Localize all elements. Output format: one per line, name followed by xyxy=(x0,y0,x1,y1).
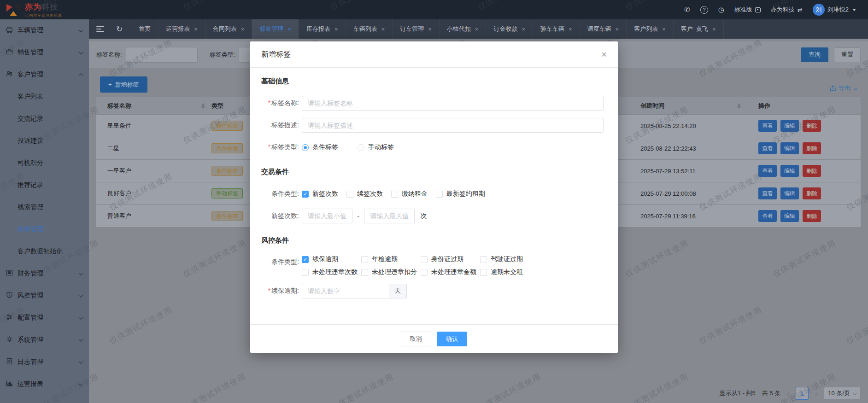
sidebar-item-客户管理[interactable]: 客户管理 xyxy=(0,64,89,86)
tab-close-icon[interactable]: × xyxy=(662,26,666,33)
page-size-select[interactable]: 10 条/页 xyxy=(824,387,861,400)
tab-标签管理[interactable]: 标签管理× xyxy=(252,19,299,39)
add-tag-button[interactable]: + 新增标签 xyxy=(100,76,147,93)
sidebar-subitem-标签管理[interactable]: 标签管理 xyxy=(0,218,89,240)
help-icon[interactable]: ? xyxy=(700,6,708,14)
sidebar-subitem-投诉建议[interactable]: 投诉建议 xyxy=(0,130,89,152)
history-icon[interactable]: ◷ xyxy=(718,6,724,14)
edit-button[interactable]: 编辑 xyxy=(780,120,799,132)
delete-button[interactable]: 删除 xyxy=(803,165,821,177)
tab-订金收款[interactable]: 订金收款× xyxy=(486,19,533,39)
company-switcher[interactable]: 亦为科技 ⇄ xyxy=(771,6,803,14)
edit-button[interactable]: 编辑 xyxy=(780,165,799,177)
view-button[interactable]: 查看 xyxy=(758,165,777,177)
checkbox-icon xyxy=(361,269,368,276)
close-icon[interactable]: × xyxy=(601,50,607,59)
tab-验车车辆[interactable]: 验车车辆× xyxy=(533,19,580,39)
delete-button[interactable]: 删除 xyxy=(803,142,821,154)
checkbox-逾期未交租[interactable]: 逾期未交租 xyxy=(480,268,540,276)
tab-小桔代扣[interactable]: 小桔代扣× xyxy=(439,19,486,39)
tag-name-input[interactable] xyxy=(302,96,604,111)
sidebar-item-车辆管理[interactable]: 车辆管理 xyxy=(0,19,89,41)
tab-close-icon[interactable]: × xyxy=(475,26,479,33)
sort-icons[interactable] xyxy=(201,103,205,109)
max-value-input[interactable] xyxy=(364,209,415,223)
prev-page-button[interactable]: ‹ xyxy=(787,390,789,397)
delete-button[interactable]: 删除 xyxy=(803,120,821,132)
phone-icon[interactable]: ✆ xyxy=(684,6,690,14)
delete-button[interactable]: 删除 xyxy=(803,187,821,199)
delete-button[interactable]: 删除 xyxy=(803,210,821,222)
sidebar-item-系统管理[interactable]: 系统管理 xyxy=(0,329,89,351)
checkbox-未处理违章次数[interactable]: 未处理违章次数 xyxy=(302,268,361,276)
tab-close-icon[interactable]: × xyxy=(616,26,619,33)
collapse-menu-icon[interactable] xyxy=(96,26,104,32)
checkbox-label: 逾期未交租 xyxy=(491,268,523,276)
tab-close-icon[interactable]: × xyxy=(241,26,245,33)
sidebar-item-销售管理[interactable]: 销售管理 xyxy=(0,41,89,64)
sidebar-item-运营报表[interactable]: 运营报表 xyxy=(0,373,89,395)
tab-车辆列表[interactable]: 车辆列表× xyxy=(346,19,393,39)
sort-icons[interactable] xyxy=(737,103,741,109)
sidebar-subitem-司机积分[interactable]: 司机积分 xyxy=(0,152,89,174)
edit-button[interactable]: 编辑 xyxy=(780,187,799,199)
reset-button[interactable]: 重置 xyxy=(834,47,861,62)
sidebar-subitem-客户数据初始化[interactable]: 客户数据初始化 xyxy=(0,240,89,263)
view-button[interactable]: 查看 xyxy=(758,142,777,154)
tab-合同列表[interactable]: 合同列表× xyxy=(205,19,252,39)
tab-close-icon[interactable]: × xyxy=(522,26,525,33)
confirm-button[interactable]: 确认 xyxy=(437,332,467,346)
version-switcher[interactable]: 标准版 xyxy=(734,6,761,14)
checkbox-新签次数[interactable]: ✓新签次数 xyxy=(302,190,338,198)
tag-desc-input[interactable] xyxy=(302,118,604,133)
checkbox-续签次数[interactable]: 续签次数 xyxy=(346,190,383,198)
radio-option-手动标签[interactable]: 手动标签 xyxy=(358,143,394,152)
tab-close-icon[interactable]: × xyxy=(381,26,385,33)
radio-option-条件标签[interactable]: 条件标签 xyxy=(302,143,338,152)
renewal-days-input[interactable] xyxy=(302,284,389,298)
view-button[interactable]: 查看 xyxy=(758,120,777,132)
tab-首页[interactable]: 首页 xyxy=(131,19,158,39)
checkbox-身份证过期[interactable]: 身份证过期 xyxy=(421,255,480,263)
sidebar-subitem-交流记录[interactable]: 交流记录 xyxy=(0,108,89,130)
checkbox-最新签约租期[interactable]: 最新签约租期 xyxy=(436,190,485,198)
query-button[interactable]: 查询 xyxy=(801,47,828,62)
sidebar-item-财务管理[interactable]: 财务管理 xyxy=(0,263,89,285)
tab-调度车辆[interactable]: 调度车辆× xyxy=(580,19,627,39)
tab-运营报表[interactable]: 运营报表× xyxy=(158,19,205,39)
tab-客户列表[interactable]: 客户列表× xyxy=(626,19,673,39)
checkbox-驾驶证过期[interactable]: 驾驶证过期 xyxy=(480,255,540,263)
tab-close-icon[interactable]: × xyxy=(428,26,432,33)
checkbox-未处理违章扣分[interactable]: 未处理违章扣分 xyxy=(361,268,421,276)
view-button[interactable]: 查看 xyxy=(758,210,777,222)
checkbox-未处理违章金额[interactable]: 未处理违章金额 xyxy=(421,268,480,276)
min-value-input[interactable] xyxy=(302,209,352,223)
tab-客户_黄飞[interactable]: 客户_黄飞× xyxy=(673,19,724,39)
sidebar-item-日志管理[interactable]: 日志管理 xyxy=(0,351,89,373)
filter-name-input[interactable] xyxy=(126,47,198,63)
sidebar-subitem-客户列表[interactable]: 客户列表 xyxy=(0,86,89,108)
checkbox-年检逾期[interactable]: 年检逾期 xyxy=(361,255,421,263)
tab-close-icon[interactable]: × xyxy=(712,26,716,33)
user-menu[interactable]: 刘 刘琳悦2 xyxy=(813,4,856,16)
export-button[interactable]: 导出 xyxy=(830,84,857,93)
checkbox-续保逾期[interactable]: ✓续保逾期 xyxy=(302,255,361,263)
checkbox-缴纳租金[interactable]: 缴纳租金 xyxy=(391,190,428,198)
edit-button[interactable]: 编辑 xyxy=(780,210,799,222)
tab-close-icon[interactable]: × xyxy=(569,26,572,33)
tab-close-icon[interactable]: × xyxy=(287,26,291,33)
sidebar-subitem-推荐记录[interactable]: 推荐记录 xyxy=(0,174,89,196)
tab-close-icon[interactable]: × xyxy=(334,26,338,33)
sidebar-item-风控管理[interactable]: 风控管理 xyxy=(0,285,89,307)
sidebar-item-配置管理[interactable]: 配置管理 xyxy=(0,307,89,329)
tab-订车管理[interactable]: 订车管理× xyxy=(392,19,439,39)
tab-库存报表[interactable]: 库存报表× xyxy=(299,19,346,39)
sidebar-subitem-线索管理[interactable]: 线索管理 xyxy=(0,196,89,218)
refresh-icon[interactable]: ↻ xyxy=(116,25,123,33)
next-page-button[interactable]: › xyxy=(815,390,817,397)
view-button[interactable]: 查看 xyxy=(758,187,777,199)
cancel-button[interactable]: 取消 xyxy=(401,332,431,346)
page-number[interactable]: 1 xyxy=(796,387,809,400)
edit-button[interactable]: 编辑 xyxy=(780,142,799,154)
tab-close-icon[interactable]: × xyxy=(194,26,198,33)
